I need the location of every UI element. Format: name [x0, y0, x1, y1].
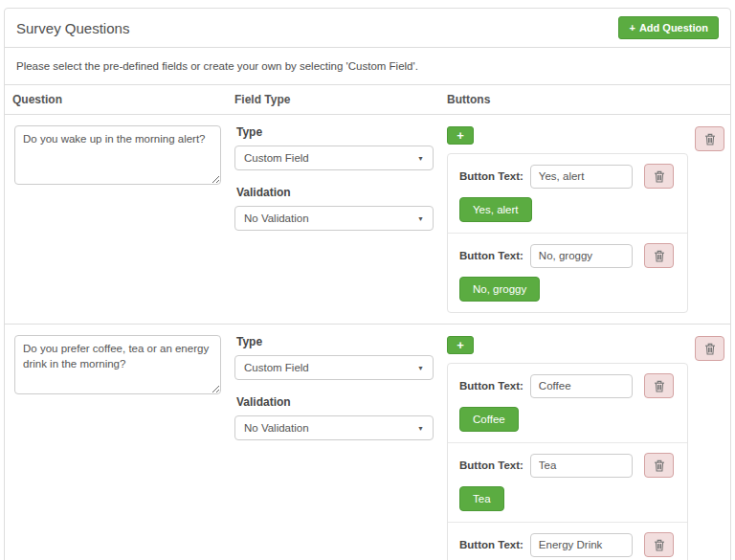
plus-icon: +	[629, 22, 635, 34]
buttons-cell: + Button Text: Yes, alert Button Text	[439, 115, 730, 324]
validation-select-value: No Validation	[244, 213, 309, 224]
button-option-entry-top: Button Text:	[459, 373, 674, 398]
field-type-cell: Type Custom Field ▼ Validation No Valida…	[227, 115, 439, 324]
question-row: Do you prefer coffee, tea or an energy d…	[5, 325, 730, 560]
question-cell: Do you prefer coffee, tea or an energy d…	[5, 325, 227, 560]
button-text-input[interactable]	[530, 454, 633, 478]
button-preview[interactable]: Coffee	[459, 407, 519, 432]
button-text-label: Button Text:	[459, 250, 523, 261]
button-option-entry: Button Text: Tea	[448, 443, 687, 523]
field-type-cell: Type Custom Field ▼ Validation No Valida…	[227, 325, 439, 560]
button-preview[interactable]: Tea	[459, 486, 504, 511]
question-rows-container: Do you wake up in the morning alert? Typ…	[5, 115, 730, 560]
delete-question-button[interactable]	[695, 336, 724, 361]
button-option-entry-top: Button Text:	[459, 532, 674, 557]
chevron-down-icon: ▼	[417, 425, 424, 432]
button-options-group: Button Text: Yes, alert Button Text:	[447, 153, 688, 313]
button-text-input[interactable]	[530, 244, 633, 268]
delete-button-option-button[interactable]	[644, 453, 674, 478]
trash-icon	[704, 133, 716, 146]
button-option-entry: Button Text: Coffee	[448, 364, 687, 443]
page-title: Survey Questions	[16, 20, 129, 36]
validation-select[interactable]: No Validation ▼	[234, 206, 434, 231]
chevron-down-icon: ▼	[417, 365, 424, 371]
column-header-field-type: Field Type	[227, 85, 439, 114]
trash-icon	[654, 539, 665, 551]
button-text-label: Button Text:	[459, 459, 523, 471]
button-text-input[interactable]	[530, 533, 633, 557]
type-label: Type	[236, 125, 432, 139]
validation-select[interactable]: No Validation ▼	[234, 415, 434, 440]
delete-question-button[interactable]	[695, 126, 724, 151]
delete-button-option-button[interactable]	[644, 373, 674, 398]
add-button-option-button[interactable]: +	[447, 126, 474, 145]
button-text-input[interactable]	[530, 165, 633, 189]
validation-label: Validation	[236, 186, 432, 199]
button-preview[interactable]: No, groggy	[459, 277, 540, 302]
column-header-buttons: Buttons	[439, 85, 730, 114]
add-question-button[interactable]: + Add Question	[618, 16, 719, 39]
button-text-input[interactable]	[530, 374, 633, 398]
question-textarea[interactable]: Do you prefer coffee, tea or an energy d…	[14, 335, 221, 394]
button-option-entry: Button Text: No, groggy	[448, 234, 687, 312]
button-text-label: Button Text:	[459, 380, 523, 392]
button-preview[interactable]: Yes, alert	[459, 197, 532, 222]
type-select-value: Custom Field	[244, 152, 309, 164]
button-text-label: Button Text:	[459, 539, 523, 550]
delete-button-option-button[interactable]	[644, 532, 674, 557]
survey-questions-panel: Survey Questions + Add Question Please s…	[4, 8, 731, 560]
button-option-entry-top: Button Text:	[459, 243, 674, 268]
delete-button-option-button[interactable]	[644, 164, 674, 189]
question-textarea[interactable]: Do you wake up in the morning alert?	[14, 125, 221, 185]
trash-icon	[654, 459, 665, 472]
trash-icon	[704, 343, 716, 355]
trash-icon	[654, 380, 665, 392]
button-option-entry-top: Button Text:	[459, 453, 674, 478]
panel-heading: Survey Questions + Add Question	[5, 9, 730, 48]
button-text-label: Button Text:	[459, 170, 523, 182]
column-header-question: Question	[5, 85, 227, 114]
type-select[interactable]: Custom Field ▼	[234, 355, 434, 380]
validation-label: Validation	[236, 395, 432, 409]
add-button-option-button[interactable]: +	[447, 336, 474, 354]
button-option-entry-top: Button Text:	[459, 164, 674, 189]
button-options-group: Button Text: Coffee Button Text:	[447, 363, 688, 560]
add-question-label: Add Question	[639, 22, 708, 34]
table-header-row: Question Field Type Buttons	[5, 85, 730, 115]
question-row: Do you wake up in the morning alert? Typ…	[5, 115, 730, 325]
question-cell: Do you wake up in the morning alert?	[5, 115, 227, 324]
button-option-entry: Button Text: Yes, alert	[448, 154, 687, 234]
buttons-cell: + Button Text: Coffee Button Text:	[439, 325, 730, 560]
chevron-down-icon: ▼	[417, 155, 424, 162]
button-options-column: + Button Text: Yes, alert Button Text	[447, 125, 688, 313]
validation-select-value: No Validation	[244, 422, 309, 434]
chevron-down-icon: ▼	[417, 215, 424, 222]
type-select[interactable]: Custom Field ▼	[234, 146, 434, 170]
type-label: Type	[236, 335, 432, 348]
instructions-text: Please select the pre-defined fields or …	[5, 48, 730, 85]
delete-button-option-button[interactable]	[644, 243, 674, 268]
button-options-column: + Button Text: Coffee Button Text:	[447, 335, 688, 560]
trash-icon	[654, 170, 665, 183]
type-select-value: Custom Field	[244, 362, 309, 373]
trash-icon	[654, 250, 665, 262]
button-option-entry: Button Text: Energy Drink	[448, 523, 687, 560]
